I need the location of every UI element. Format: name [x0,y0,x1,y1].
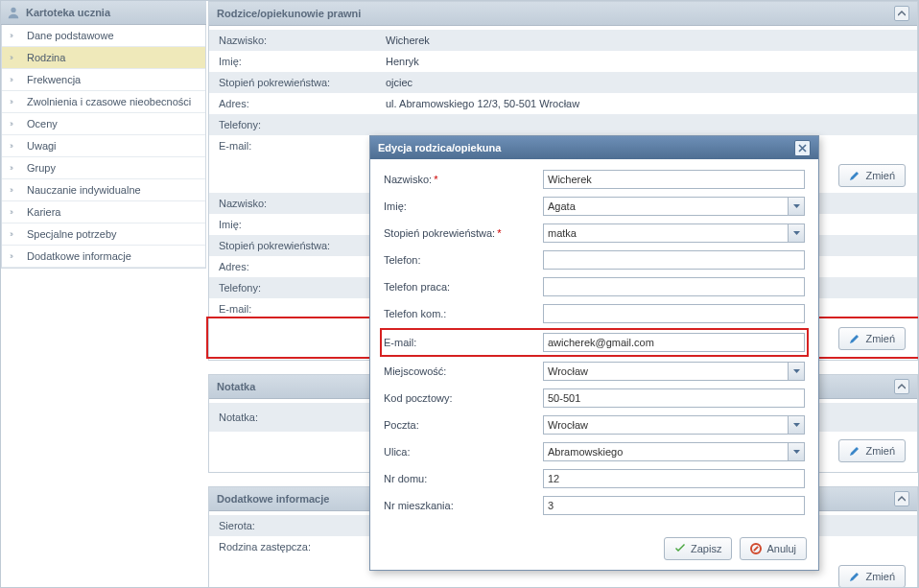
student-icon [7,6,20,19]
sidebar-item-specjalne[interactable]: ››Specjalne potrzeby [2,223,205,246]
zmien-button-notatka[interactable]: Zmień [838,439,906,462]
zmien-button-parent2[interactable]: Zmień [838,327,906,350]
chevrons-icon: ›› [10,246,21,267]
label-nr-mieszkania: Nr mieszkania: [384,500,543,511]
collapse-icon[interactable] [894,6,909,21]
label-telefon: Telefon: [384,254,543,266]
label-telefon-kom: Telefon kom.: [384,308,543,319]
imie-combo[interactable]: Agata [543,197,805,216]
label-notatka: Notatka: [209,412,380,423]
ulica-combo[interactable]: Abramowskiego [543,442,805,461]
sidebar-item-rodzina[interactable]: ››Rodzina [2,47,205,69]
label-stopien2: Stopień pokrewieństwa: [209,240,380,251]
sidebar-item-grupy[interactable]: ››Grupy [2,157,205,179]
zmien-button-parent1[interactable]: Zmień [838,164,906,187]
label-imie: Imię: [384,200,543,212]
zapisz-button[interactable]: Zapisz [664,537,732,560]
parents-panel-header: Rodzice/opiekunowie prawni [209,2,917,26]
pencil-icon [849,571,860,582]
sidebar-item-frekwencja[interactable]: ››Frekwencja [2,69,205,91]
pencil-icon [849,170,860,181]
close-icon[interactable] [794,140,811,156]
sidebar-item-uwagi[interactable]: ››Uwagi [2,135,205,157]
collapse-icon[interactable] [894,379,909,394]
sidebar-item-dane-podstawowe[interactable]: ››Dane podstawowe [2,25,205,47]
label-adres2: Adres: [209,261,380,272]
chevrons-icon: ›› [10,47,21,68]
telefon-kom-input[interactable] [543,304,805,323]
stopien-combo[interactable]: matka [543,223,805,243]
label-nazwisko2: Nazwisko: [209,198,380,209]
check-icon [674,543,686,554]
zmien-button-dodatkowe[interactable]: Zmień [838,565,906,588]
chevron-down-icon [788,198,804,215]
sidebar-title: Kartoteka ucznia [1,1,206,25]
sidebar-item-dodatkowe[interactable]: ››Dodatkowe informacje [2,246,205,268]
nr-domu-input[interactable] [543,469,805,488]
sidebar-item-kariera[interactable]: ››Kariera [2,201,205,223]
value-stopien: ojciec [380,77,917,88]
label-nazwisko: Nazwisko: [209,35,380,46]
sidebar-item-zwolnienia[interactable]: ››Zwolnienia i czasowe nieobecności [2,91,205,113]
label-rodzina-zastepcza: Rodzina zastępcza: [209,541,380,553]
kod-input[interactable] [543,388,805,408]
telefon-praca-input[interactable] [543,277,805,296]
pencil-icon [849,445,860,457]
chevrons-icon: ›› [10,179,21,200]
chevrons-icon: ›› [10,223,21,245]
label-stopien: Stopień pokrewieństwa:* [384,227,543,239]
label-telefony: Telefony: [209,119,380,130]
chevrons-icon: ›› [10,91,21,112]
collapse-icon[interactable] [894,491,909,506]
modal-header: Edycja rodzica/opiekuna [370,136,818,159]
value-imie: Henryk [380,56,917,67]
pencil-icon [849,333,860,344]
label-email2: E-mail: [209,303,380,315]
chevrons-icon: ›› [10,157,21,178]
chevrons-icon: ›› [10,113,21,134]
chevron-down-icon [788,363,804,380]
email-input[interactable] [543,333,805,352]
miejscowosc-combo[interactable]: Wrocław [543,362,805,381]
edit-parent-modal: Edycja rodzica/opiekuna Nazwisko:* Imię:… [369,135,819,571]
sidebar-item-nauczanie[interactable]: ››Nauczanie indywidualne [2,179,205,201]
label-telefony2: Telefony: [209,282,380,294]
chevrons-icon: ›› [10,201,21,223]
label-stopien: Stopień pokrewieństwa: [209,77,380,88]
label-email: E-mail: [384,337,543,348]
sidebar-list: ››Dane podstawowe ››Rodzina ››Frekwencja… [1,25,206,269]
chevron-down-icon [788,224,804,242]
label-adres: Adres: [209,98,380,109]
telefon-input[interactable] [543,250,805,270]
svg-point-0 [11,8,15,12]
cancel-icon [750,543,762,554]
nr-mieszkania-input[interactable] [543,496,805,515]
value-adres: ul. Abramowskiego 12/3, 50-501 Wrocław [380,98,917,109]
chevron-down-icon [788,443,804,460]
value-nazwisko: Wicherek [380,35,917,46]
label-email: E-mail: [209,140,380,152]
label-kod: Kod pocztowy: [384,392,543,404]
label-nr-domu: Nr domu: [384,473,543,484]
chevron-down-icon [788,416,804,434]
label-poczta: Poczta: [384,419,543,431]
label-sierota: Sierota: [209,520,380,531]
label-telefon-praca: Telefon praca: [384,281,543,293]
nazwisko-input[interactable] [543,170,805,189]
label-imie: Imię: [209,56,380,67]
poczta-combo[interactable]: Wrocław [543,415,805,435]
chevrons-icon: ›› [10,25,21,46]
chevrons-icon: ›› [10,135,21,156]
sidebar-item-oceny[interactable]: ››Oceny [2,113,205,135]
sidebar: Kartoteka ucznia ››Dane podstawowe ››Rod… [1,1,206,269]
label-nazwisko: Nazwisko:* [384,174,543,185]
label-ulica: Ulica: [384,446,543,458]
label-imie2: Imię: [209,219,380,230]
anuluj-button[interactable]: Anuluj [740,537,807,560]
chevrons-icon: ›› [10,69,21,90]
label-miejscowosc: Miejscowość: [384,365,543,377]
